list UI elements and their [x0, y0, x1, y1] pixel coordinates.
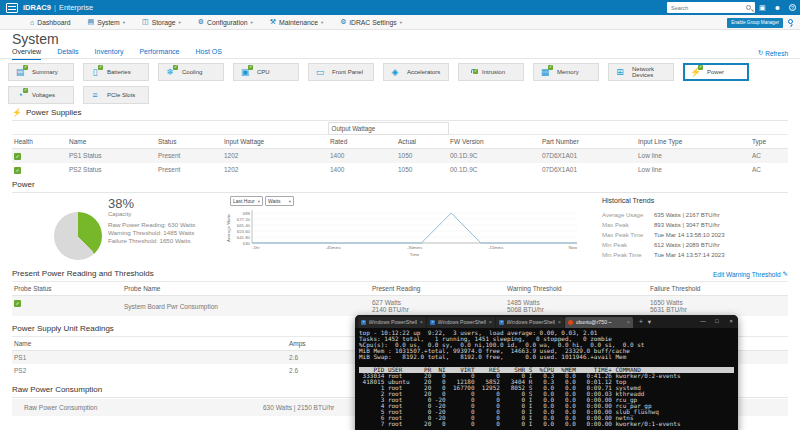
ok-badge-icon: ✓ — [548, 65, 553, 70]
terminal-tab-powershell-1[interactable]: > Windows PowerShell × — [358, 317, 426, 329]
tile-memory[interactable]: ▦✓ Memory — [533, 63, 599, 81]
svg-text:-15mins: -15mins — [488, 245, 503, 250]
menu-label: iDRAC Settings — [350, 19, 397, 26]
tab-close-icon[interactable]: × — [489, 319, 492, 325]
tab-close-icon[interactable]: × — [627, 319, 630, 325]
plug-icon: ⚡ — [12, 108, 22, 117]
voltages-icon: ◔✓ — [15, 91, 25, 100]
historical-trends-title: Historical Trends — [602, 197, 654, 204]
menu-system[interactable]: ▤ System ▾ — [88, 18, 126, 26]
column-header-row: Probe Status Probe Name Present Reading … — [12, 282, 788, 296]
tile-front-panel[interactable]: ▭ Front Panel — [308, 63, 374, 81]
terminal-titlebar[interactable]: > Windows PowerShell × > Windows PowerSh… — [355, 315, 738, 328]
historical-row: Min Peak Time Tue Mar 14 13:57:14 2023 — [602, 252, 725, 258]
tile-accelerators[interactable]: ◈ Accelerators — [383, 63, 449, 81]
chevron-down-icon: ▾ — [258, 199, 260, 204]
edit-warning-threshold-link[interactable]: Edit Warning Threshold ✎ — [713, 270, 788, 278]
menu-label: Maintenance — [279, 19, 318, 26]
top-app-bar: iDRAC9 | Enterprise ▣ ☻ ? — [0, 0, 800, 15]
tab-dropdown-icon[interactable]: ▾ — [648, 318, 651, 326]
battery-icon: ▯✓ — [90, 68, 100, 77]
tile-voltages[interactable]: ◔✓ Voltages — [8, 86, 74, 104]
svg-text:630: 630 — [243, 241, 251, 246]
capacity-pie-chart — [54, 212, 102, 260]
window-controls: — □ × — [696, 315, 738, 328]
svg-text:-1hr: -1hr — [252, 245, 260, 250]
ok-badge-icon: ✓ — [173, 65, 178, 70]
idrac-logo — [6, 3, 18, 13]
front-panel-icon: ▭ — [315, 68, 325, 77]
historical-row: Max Peak Time Tue Mar 14 13:58:10 2023 — [602, 232, 725, 238]
raw-power-value: 630 Watts | 2150 BTU/hr — [263, 404, 334, 411]
app-launcher-icon[interactable]: ▣ — [759, 0, 766, 15]
tile-pcie-slots[interactable]: ≡ PCIe Slots — [83, 86, 149, 104]
unit-select[interactable]: Watts ▾ — [265, 196, 294, 206]
svg-text:653.60: 653.60 — [237, 229, 251, 234]
time-range-select[interactable]: Last Hour ▾ — [230, 196, 263, 206]
tab-close-icon[interactable]: × — [558, 319, 561, 325]
edit-icon: ✎ — [783, 270, 788, 278]
chevron-down-icon: ▾ — [400, 20, 402, 25]
menu-label: Storage — [152, 19, 176, 26]
menu-storage[interactable]: ◫ Storage ▾ — [142, 18, 181, 26]
table-row: ✓ System Board Pwr Consumption 627 Watts… — [12, 296, 788, 317]
tile-power[interactable]: ⚡✓ Power — [683, 63, 749, 81]
topbar-icons: ▣ ☻ ? — [759, 0, 796, 15]
tile-cpu[interactable]: ▣✓ CPU — [233, 63, 299, 81]
chevron-down-icon: ▾ — [250, 20, 252, 25]
network-icon: ⊞ — [615, 68, 625, 77]
cooling-icon: ❄✓ — [165, 68, 175, 77]
idrac-settings-icon: ⚙ — [340, 18, 346, 26]
search-icon[interactable] — [746, 5, 751, 10]
menu-maintenance[interactable]: ⚒ Maintenance ▾ — [270, 18, 323, 26]
power-usage-chart: 630641.80653.60665.40677.20689-1hr-45min… — [225, 206, 585, 260]
menu-configuration[interactable]: ⚙ Configuration ▾ — [198, 18, 253, 26]
tile-network-devices[interactable]: ⊞ Network Devices — [608, 63, 674, 81]
new-tab-icon[interactable]: + — [639, 318, 643, 325]
ok-badge-icon: ✓ — [698, 65, 703, 70]
user-icon[interactable]: ☻ — [774, 0, 781, 15]
svg-text:689: 689 — [243, 211, 251, 216]
search-box — [667, 2, 755, 13]
memory-icon: ▦✓ — [540, 68, 550, 77]
enable-group-manager-button[interactable]: Enable Group Manager — [727, 18, 783, 28]
capacity-percent: 38% — [108, 196, 134, 211]
pin-icon[interactable] — [788, 19, 793, 24]
svg-text:665.40: 665.40 — [237, 223, 251, 228]
tile-summary[interactable]: ▤✓ Summary — [8, 63, 74, 81]
maximize-icon[interactable]: □ — [710, 315, 724, 328]
svg-text:-45mins: -45mins — [326, 245, 341, 250]
terminal-window: > Windows PowerShell × > Windows PowerSh… — [355, 315, 738, 430]
svg-text:-30mins: -30mins — [407, 245, 422, 250]
maintenance-icon: ⚒ — [270, 18, 276, 26]
terminal-tab-powershell-3[interactable]: > Windows PowerShell × — [496, 317, 564, 329]
terminal-tab-ubuntu[interactable]: ubuntu@r750 ~ × — [565, 317, 633, 329]
search-input[interactable] — [667, 5, 746, 11]
minimize-icon[interactable]: — — [696, 315, 710, 328]
tab-close-icon[interactable]: × — [420, 319, 423, 325]
brand: iDRAC9 | Enterprise — [23, 3, 93, 12]
idrac-app: iDRAC9 | Enterprise ▣ ☻ ? ⌂ Dashboard ▤ … — [0, 0, 800, 430]
chevron-down-icon: ▾ — [289, 199, 291, 204]
menu-label: System — [97, 19, 120, 26]
dashboard-icon: ⌂ — [30, 19, 34, 26]
terminal-line: 7 root 20 0 0 0 0 I 0.0 0.0 0:00.00 kwor… — [359, 421, 734, 427]
tile-intrusion[interactable]: ✓ Intrusion — [458, 63, 524, 81]
ok-badge-icon: ✓ — [98, 65, 103, 70]
menu-dashboard[interactable]: ⌂ Dashboard — [30, 19, 71, 26]
close-icon[interactable]: × — [724, 315, 738, 328]
column-header-row: Health Name Status Input Wattage Rated A… — [12, 135, 788, 149]
help-icon[interactable]: ? — [789, 4, 796, 11]
power-supplies-table: Output Wattage Health Name Status Input … — [12, 122, 788, 177]
tile-cooling[interactable]: ❄✓ Cooling — [158, 63, 224, 81]
power-heading: Power — [12, 180, 788, 193]
tile-batteries[interactable]: ▯✓ Batteries — [83, 63, 149, 81]
historical-row: Average Usage 635 Watts | 2167 BTU/hr — [602, 212, 720, 218]
menu-idrac-settings[interactable]: ⚙ iDRAC Settings ▾ — [340, 18, 402, 26]
group-header-row: Output Wattage — [12, 123, 788, 135]
terminal-output[interactable]: top - 10:12:22 up 9:22, 3 users, load av… — [355, 328, 738, 430]
page-title: System — [12, 31, 59, 47]
refresh-link[interactable]: ↻ Refresh — [758, 49, 788, 57]
historical-row: Max Peak 893 Watts | 3047 BTU/hr — [602, 222, 720, 228]
terminal-tab-powershell-2[interactable]: > Windows PowerShell × — [427, 317, 495, 329]
